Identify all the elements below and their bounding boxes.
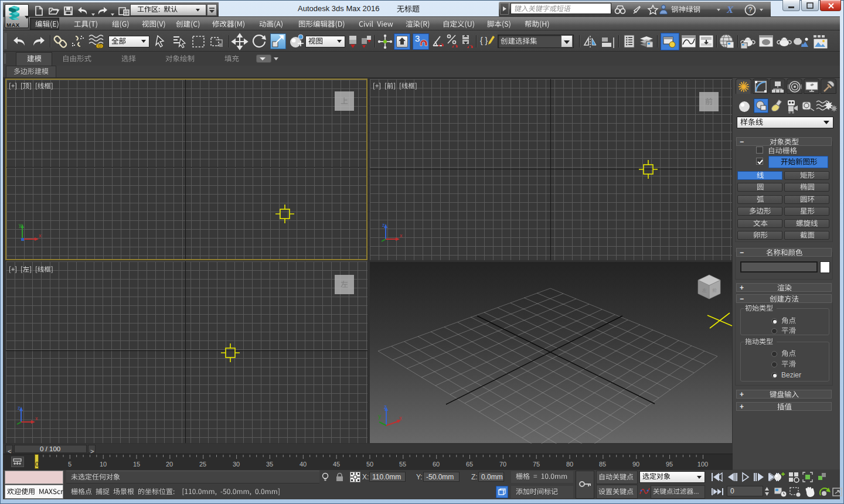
svg-text:{ }: { }	[480, 36, 488, 45]
svg-text:y: y	[378, 413, 381, 420]
svg-text:x: x	[400, 233, 403, 239]
svg-text:z: z	[18, 405, 21, 411]
svg-text:左: 左	[702, 288, 707, 293]
svg-text:z: z	[384, 404, 387, 410]
svg-text:z: z	[382, 222, 385, 228]
svg-text:前: 前	[712, 288, 717, 293]
svg-text:x: x	[35, 416, 38, 421]
svg-text:x: x	[399, 415, 402, 421]
svg-text:x: x	[39, 233, 42, 239]
svg-text:?: ?	[748, 6, 753, 14]
svg-text:y: y	[19, 222, 22, 228]
